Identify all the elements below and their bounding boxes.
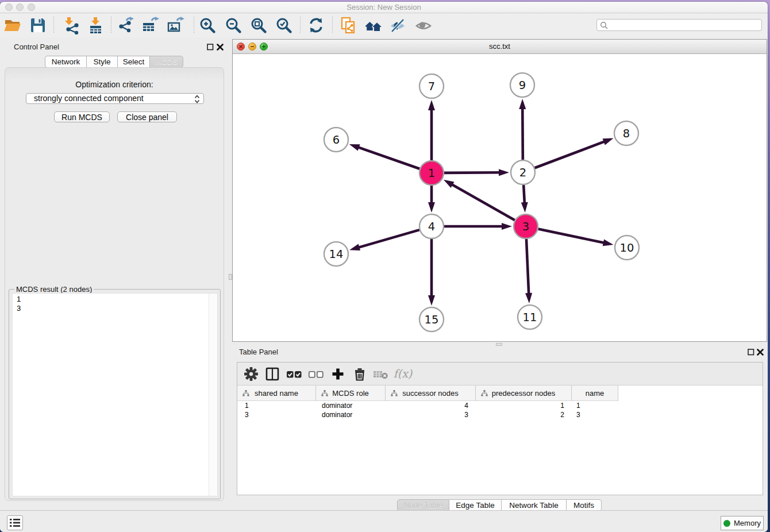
svg-text:3: 3 xyxy=(522,220,529,233)
add-row-button[interactable] xyxy=(328,363,348,385)
edge-4-14[interactable] xyxy=(349,230,419,250)
column-header-label: name xyxy=(586,389,605,398)
function-builder-button[interactable]: f(x) xyxy=(390,363,415,385)
graph-node-1[interactable]: 1 xyxy=(419,161,444,185)
column-header-shared-name[interactable]: shared name xyxy=(237,385,316,401)
export-network-button[interactable] xyxy=(116,16,136,36)
table-row[interactable]: 3dominator323 xyxy=(237,410,763,419)
edge-4-3[interactable] xyxy=(444,223,512,230)
show-column-button[interactable] xyxy=(263,363,282,385)
select-all-button[interactable] xyxy=(284,363,304,385)
edge-2-9[interactable] xyxy=(519,99,526,160)
export-table-button[interactable] xyxy=(140,16,160,36)
float-window-icon[interactable] xyxy=(207,44,214,51)
svg-text:11: 11 xyxy=(523,311,537,324)
tab-edge-table[interactable]: Edge Table xyxy=(449,499,502,511)
close-panel-button[interactable]: Close panel xyxy=(117,111,177,122)
graph-node-6[interactable]: 6 xyxy=(324,128,348,152)
zoom-fit-button[interactable] xyxy=(248,16,269,36)
column-type-icon xyxy=(481,390,488,396)
network-canvas[interactable]: 1234678910111415 xyxy=(233,54,767,341)
apply-layout-button[interactable] xyxy=(306,16,326,36)
criterion-select[interactable]: strongly connected component xyxy=(26,93,204,104)
edge-4-15[interactable] xyxy=(428,239,435,306)
table-row[interactable]: 1dominator411 xyxy=(237,401,763,410)
save-session-button[interactable] xyxy=(28,16,48,36)
tab-node-table[interactable]: Node Table xyxy=(397,499,449,511)
edge-3-1[interactable] xyxy=(444,180,515,220)
graph-node-2[interactable]: 2 xyxy=(511,160,535,184)
network-area: scc.txt 1234678910111415 Table Panel xyxy=(232,37,767,510)
eye-icon xyxy=(414,16,433,36)
column-header-successor-nodes[interactable]: successor nodes xyxy=(386,385,476,401)
open-file-button[interactable] xyxy=(2,16,23,36)
graph-node-11[interactable]: 11 xyxy=(518,305,542,329)
run-mcds-button[interactable]: Run MCDS xyxy=(54,111,110,122)
memory-button[interactable]: Memory xyxy=(721,516,764,530)
graph-node-7[interactable]: 7 xyxy=(419,74,444,98)
zoom-selected-button[interactable] xyxy=(274,16,294,36)
column-header-name[interactable]: name xyxy=(572,385,618,401)
hide-selected-button[interactable] xyxy=(387,16,408,36)
edge-1-4[interactable] xyxy=(428,186,435,213)
task-history-button[interactable] xyxy=(7,515,23,530)
network-close-button[interactable] xyxy=(237,43,245,51)
network-minimize-button[interactable] xyxy=(248,43,256,51)
svg-text:14: 14 xyxy=(329,248,344,261)
float-window-icon[interactable] xyxy=(748,349,754,356)
mcds-result-textarea[interactable]: 1 3 xyxy=(12,293,218,496)
clone-network-button[interactable] xyxy=(338,16,359,36)
edge-1-7[interactable] xyxy=(428,100,435,160)
status-bar: Memory xyxy=(0,510,768,532)
criterion-select-value: strongly connected component xyxy=(34,94,144,103)
delete-column-icon xyxy=(373,367,389,381)
tab-mcds[interactable]: MCDS xyxy=(150,56,183,68)
clone-network-icon xyxy=(338,16,358,36)
tab-style[interactable]: Style xyxy=(87,56,118,68)
edge-3-10[interactable] xyxy=(538,229,614,246)
edge-1-6[interactable] xyxy=(349,144,420,169)
column-type-icon xyxy=(391,390,398,396)
graph-node-10[interactable]: 10 xyxy=(615,236,639,260)
edge-2-3[interactable] xyxy=(521,185,528,213)
graph-node-15[interactable]: 15 xyxy=(419,307,444,331)
graph-node-4[interactable]: 4 xyxy=(419,214,444,238)
graph-node-8[interactable]: 8 xyxy=(614,121,638,145)
import-network-button[interactable] xyxy=(61,16,82,36)
zoom-out-button[interactable] xyxy=(223,16,244,36)
close-panel-icon[interactable] xyxy=(217,44,224,51)
column-header-predecessor-nodes[interactable]: predecessor nodes xyxy=(476,385,572,401)
edge-2-8[interactable] xyxy=(535,138,614,168)
mcds-result-values: 1 3 xyxy=(13,294,217,313)
delete-row-button[interactable] xyxy=(350,363,369,385)
column-header-MCDS-role[interactable]: MCDS role xyxy=(316,385,386,401)
import-table-icon xyxy=(86,16,105,34)
delete-column-button[interactable] xyxy=(371,363,391,385)
search-input[interactable] xyxy=(610,20,760,31)
first-neighbors-button[interactable] xyxy=(363,16,384,36)
show-all-button[interactable] xyxy=(413,16,434,36)
table-panel-tabs: Node TableEdge TableNetwork TableMotifs xyxy=(397,499,602,511)
graph-node-3[interactable]: 3 xyxy=(514,214,538,238)
tab-motifs[interactable]: Motifs xyxy=(567,499,602,511)
network-zoom-button[interactable] xyxy=(260,43,268,51)
zoom-in-button[interactable] xyxy=(197,16,218,36)
edge-1-2[interactable] xyxy=(444,169,509,176)
export-image-button[interactable] xyxy=(165,16,186,36)
unselect-all-button[interactable] xyxy=(306,363,326,385)
graph-node-9[interactable]: 9 xyxy=(510,73,534,97)
graph-node-14[interactable]: 14 xyxy=(324,242,348,266)
cell-name: 3 xyxy=(572,410,618,419)
tab-select[interactable]: Select xyxy=(118,56,150,68)
column-settings-button[interactable] xyxy=(241,363,261,385)
main-area: Control Panel NetworkStyleSelectMCDS Opt… xyxy=(0,37,768,510)
result-scrollbar[interactable] xyxy=(209,294,217,496)
close-panel-icon[interactable] xyxy=(757,349,764,356)
search-box[interactable] xyxy=(596,19,762,31)
two-homes-icon xyxy=(364,16,383,36)
edge-3-11[interactable] xyxy=(525,239,532,303)
tab-network[interactable]: Network xyxy=(45,56,87,68)
tab-network-table[interactable]: Network Table xyxy=(502,499,567,511)
import-table-button[interactable] xyxy=(85,16,106,36)
svg-text:15: 15 xyxy=(425,313,439,326)
